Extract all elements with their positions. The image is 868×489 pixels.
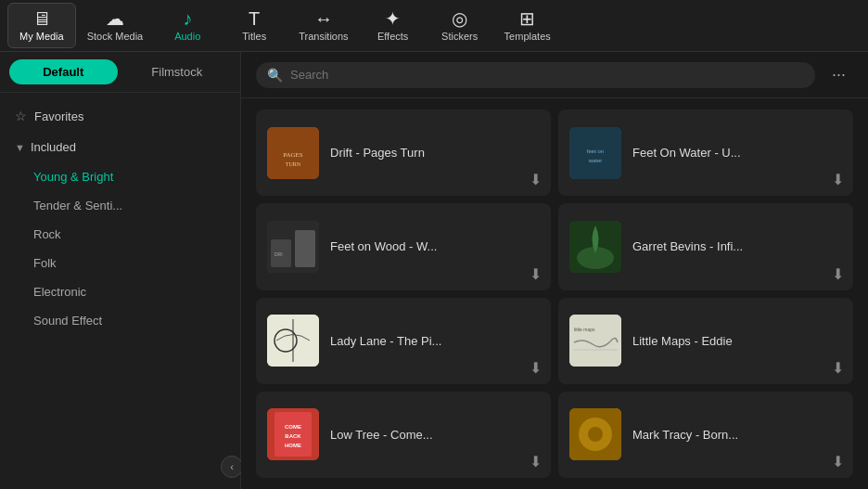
svg-text:HOME: HOME [285, 443, 301, 448]
music-card-lady[interactable]: Lady Lane - The Pi... ⬇ [256, 298, 551, 384]
my-media-icon: 🖥 [32, 9, 51, 28]
music-thumb-drift: PAGES TURN [267, 127, 319, 179]
star-icon: ☆ [15, 109, 27, 123]
included-label: Included [31, 140, 76, 154]
nav-item-stickers[interactable]: ◎ Stickers [427, 4, 493, 47]
templates-icon: ⊞ [519, 9, 535, 28]
music-card-mark[interactable]: Mark Tracy - Born... ⬇ [558, 392, 853, 478]
nav-label-stickers: Stickers [441, 31, 478, 42]
music-thumb-feet-wood: DRI [267, 221, 319, 273]
nav-item-transitions[interactable]: ↔ Transitions [287, 4, 359, 47]
svg-text:little maps: little maps [574, 327, 595, 332]
music-thumb-low-tree: COME BACK HOME [267, 408, 319, 460]
search-icon: 🔍 [267, 68, 283, 83]
download-button-low-tree[interactable]: ⬇ [530, 453, 542, 470]
music-title-mark: Mark Tracy - Born... [632, 428, 842, 442]
sidebar-item-favorites[interactable]: ☆ Favorites [0, 100, 240, 132]
music-card-little[interactable]: little maps Little Maps - Eddie ⬇ [558, 298, 853, 384]
sidebar-item-tender[interactable]: Tender & Senti... [0, 191, 240, 220]
nav-item-effects[interactable]: ✦ Effects [360, 4, 427, 47]
download-button-feet-water[interactable]: ⬇ [832, 171, 844, 188]
nav-item-titles[interactable]: T Titles [221, 4, 287, 47]
music-info-little: Little Maps - Eddie [632, 334, 842, 348]
music-info-garret: Garret Bevins - Infi... [632, 239, 842, 253]
tab-filmstock[interactable]: Filmstock [123, 59, 232, 84]
nav-label-stock-media: Stock Media [87, 31, 144, 42]
nav-item-stock-media[interactable]: ☁ Stock Media [76, 4, 155, 47]
sidebar-item-electronic[interactable]: Electronic [0, 277, 240, 306]
music-title-feet-water: Feet On Water - U... [632, 146, 842, 160]
sidebar-item-folk[interactable]: Folk [0, 249, 240, 277]
chevron-left-icon: ‹ [230, 461, 234, 472]
music-title-garret: Garret Bevins - Infi... [632, 239, 842, 253]
svg-text:PAGES: PAGES [283, 151, 303, 159]
music-title-lady: Lady Lane - The Pi... [330, 334, 540, 348]
download-button-lady[interactable]: ⬇ [530, 359, 542, 377]
content-header: 🔍 ··· [241, 52, 868, 98]
folk-label: Folk [33, 256, 57, 270]
rock-label: Rock [33, 227, 61, 241]
download-button-garret[interactable]: ⬇ [832, 265, 844, 283]
sound-effect-label: Sound Effect [33, 314, 102, 328]
nav-label-my-media: My Media [19, 31, 64, 42]
search-input[interactable] [290, 68, 804, 82]
music-card-low-tree[interactable]: COME BACK HOME Low Tree - Come... ⬇ [256, 392, 551, 478]
nav-label-templates: Templates [504, 31, 551, 42]
svg-text:TURN: TURN [286, 161, 301, 167]
nav-label-transitions: Transitions [299, 31, 348, 42]
music-card-feet-wood[interactable]: DRI Feet on Wood - W... ⬇ [256, 203, 551, 290]
svg-rect-8 [295, 230, 315, 267]
music-info-mark: Mark Tracy - Born... [632, 428, 842, 442]
sidebar-item-sound-effect[interactable]: Sound Effect [0, 306, 240, 335]
nav-item-my-media[interactable]: 🖥 My Media [7, 3, 76, 48]
sidebar-item-rock[interactable]: Rock [0, 220, 240, 249]
music-info-low-tree: Low Tree - Come... [330, 428, 540, 442]
tender-label: Tender & Senti... [33, 199, 122, 212]
main-layout: Default Filmstock ☆ Favorites ▼ Included… [0, 52, 868, 489]
music-title-low-tree: Low Tree - Come... [330, 428, 540, 442]
music-thumb-feet-water: feet on water [569, 127, 621, 179]
effects-icon: ✦ [385, 9, 401, 28]
svg-text:feet on: feet on [587, 148, 604, 154]
music-title-feet-wood: Feet on Wood - W... [330, 239, 540, 253]
music-card-drift[interactable]: PAGES TURN Drift - Pages Turn ⬇ [256, 109, 551, 196]
download-button-mark[interactable]: ⬇ [832, 453, 844, 470]
svg-text:water: water [588, 158, 603, 163]
music-thumb-garret [569, 221, 621, 273]
nav-item-audio[interactable]: ♪ Audio [154, 4, 221, 47]
stickers-icon: ◎ [452, 9, 467, 28]
download-button-feet-wood[interactable]: ⬇ [530, 265, 542, 283]
tab-default[interactable]: Default [9, 59, 118, 84]
stock-media-icon: ☁ [106, 9, 124, 28]
music-card-feet-water[interactable]: feet on water Feet On Water - U... ⬇ [558, 109, 853, 196]
top-nav: 🖥 My Media ☁ Stock Media ♪ Audio T Title… [0, 0, 868, 52]
search-bar[interactable]: 🔍 [256, 62, 815, 88]
more-options-button[interactable]: ··· [824, 61, 853, 88]
sidebar: Default Filmstock ☆ Favorites ▼ Included… [0, 52, 241, 489]
music-thumb-little: little maps [569, 315, 621, 367]
music-grid: PAGES TURN Drift - Pages Turn ⬇ feet on … [241, 98, 868, 489]
music-title-little: Little Maps - Eddie [632, 334, 842, 348]
nav-item-templates[interactable]: ⊞ Templates [493, 4, 562, 47]
download-button-little[interactable]: ⬇ [832, 359, 844, 377]
music-info-drift: Drift - Pages Turn [330, 146, 540, 160]
svg-text:BACK: BACK [285, 433, 301, 439]
audio-icon: ♪ [183, 9, 192, 28]
sidebar-section-included[interactable]: ▼ Included [0, 132, 240, 162]
nav-label-audio: Audio [174, 31, 200, 42]
sidebar-tabs: Default Filmstock [0, 52, 240, 93]
favorites-label: Favorites [34, 109, 83, 123]
music-info-feet-wood: Feet on Wood - W... [330, 239, 540, 253]
titles-icon: T [249, 9, 260, 28]
chevron-down-icon: ▼ [15, 142, 25, 153]
sidebar-collapse-button[interactable]: ‹ [221, 456, 243, 478]
content-area: 🔍 ··· PAGES TURN Drift - Pages Turn [241, 52, 868, 489]
music-card-garret[interactable]: Garret Bevins - Infi... ⬇ [558, 203, 853, 290]
sidebar-item-young-bright[interactable]: Young & Bright [0, 162, 240, 191]
nav-label-effects: Effects [377, 31, 408, 42]
music-info-lady: Lady Lane - The Pi... [330, 334, 540, 348]
music-thumb-lady [267, 315, 319, 367]
electronic-label: Electronic [33, 285, 86, 299]
download-button-drift[interactable]: ⬇ [530, 171, 542, 188]
svg-text:DRI: DRI [274, 251, 283, 257]
